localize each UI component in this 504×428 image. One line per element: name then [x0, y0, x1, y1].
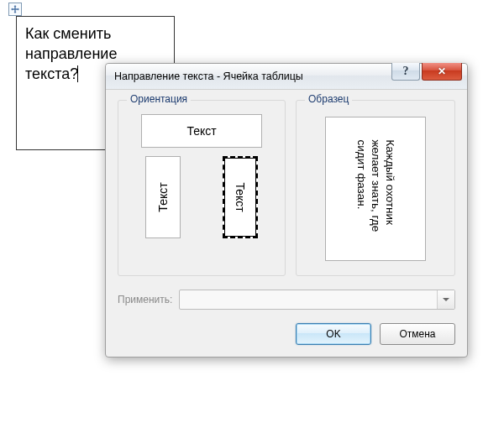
titlebar[interactable]: Направление текста - Ячейка таблицы ? ✕	[106, 64, 467, 90]
text-direction-dialog: Направление текста - Ячейка таблицы ? ✕ …	[105, 63, 468, 358]
sample-text: Каждый охотник желает знать, где сидит ф…	[354, 139, 397, 238]
close-icon: ✕	[438, 65, 446, 77]
orientation-vertical-down[interactable]: Текст	[223, 156, 258, 238]
close-button[interactable]: ✕	[422, 63, 462, 81]
orientation-group: Ориентация Текст Текст Текст	[118, 100, 286, 276]
ok-label: OK	[326, 328, 340, 340]
apply-select[interactable]	[179, 290, 455, 310]
dialog-title: Направление текста - Ячейка таблицы	[114, 70, 303, 82]
orientation-legend: Ориентация	[127, 93, 191, 105]
table-move-handle[interactable]	[8, 3, 22, 16]
cell-text: Как сменить направление текста?	[25, 25, 117, 82]
orientation-vertical-up[interactable]: Текст	[145, 156, 181, 238]
help-button[interactable]: ?	[391, 63, 420, 81]
cancel-button[interactable]: Отмена	[380, 323, 455, 345]
orientation-vertical-down-label: Текст	[234, 182, 247, 211]
sample-legend: Образец	[305, 93, 352, 105]
apply-label: Применить:	[118, 294, 172, 305]
sample-preview: Каждый охотник желает знать, где сидит ф…	[325, 117, 426, 261]
orientation-vertical-up-label: Текст	[156, 182, 170, 211]
help-icon: ?	[403, 65, 409, 78]
chevron-down-icon	[437, 290, 454, 309]
ok-button[interactable]: OK	[296, 323, 371, 345]
orientation-horizontal-label: Текст	[186, 124, 216, 138]
text-caret	[77, 65, 78, 82]
orientation-horizontal[interactable]: Текст	[141, 114, 262, 148]
cancel-label: Отмена	[399, 328, 435, 340]
sample-group: Образец Каждый охотник желает знать, где…	[296, 100, 455, 276]
